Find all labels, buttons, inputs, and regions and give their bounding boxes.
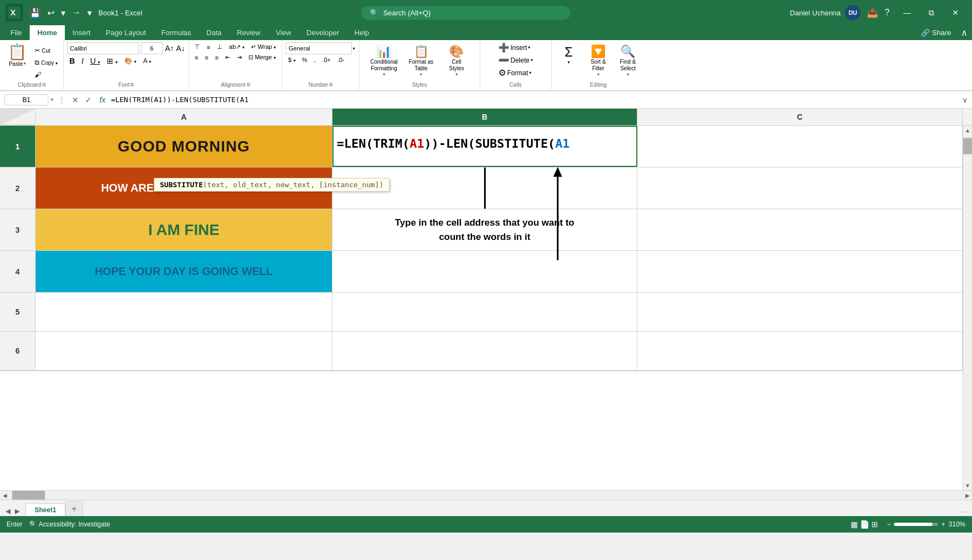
tab-data[interactable]: Data — [199, 25, 229, 40]
format-button[interactable]: ⚙ Format ▾ — [498, 68, 531, 78]
zoom-in-button[interactable]: + — [941, 520, 945, 528]
cell-c2[interactable] — [637, 167, 963, 209]
cell-b5[interactable] — [332, 293, 637, 331]
align-right-button[interactable]: ≡ — [213, 53, 220, 62]
search-box[interactable]: 🔍 Search (Alt+Q) — [362, 6, 570, 20]
italic-button[interactable]: I — [79, 55, 86, 66]
scroll-thumb[interactable] — [963, 138, 972, 154]
share-button[interactable]: 🔗 Share — [921, 29, 951, 37]
text-orientation-button[interactable]: ab↗ ▾ — [227, 42, 247, 52]
undo-button[interactable]: ↩ — [45, 5, 57, 20]
row-number-2[interactable]: 2 — [0, 167, 36, 209]
tab-file[interactable]: File — [3, 25, 30, 40]
cell-a1[interactable]: GOOD MORNING — [36, 126, 332, 167]
cell-c4[interactable] — [637, 251, 963, 292]
cell-b1[interactable]: =LEN(TRIM(A1))-LEN(SUBSTITUTE(A1 — [332, 126, 637, 167]
fill-color-button[interactable]: 🎨 ▾ — [122, 56, 138, 66]
number-format-input[interactable] — [286, 42, 352, 54]
prev-sheet-button[interactable]: ◀ — [3, 507, 13, 515]
format-painter-button[interactable]: 🖌 — [32, 70, 60, 80]
copy-button[interactable]: ⧉Copy ▾ — [32, 58, 60, 68]
font-color-button[interactable]: A ▾ — [141, 56, 153, 66]
cell-c3[interactable] — [637, 209, 963, 250]
decrease-decimal-button[interactable]: .0- — [335, 55, 347, 64]
scroll-up-button[interactable]: ▲ — [963, 126, 972, 135]
cell-reference-box[interactable] — [4, 94, 48, 105]
redo-button[interactable]: → — [70, 5, 83, 20]
zoom-out-button[interactable]: − — [887, 520, 891, 528]
scroll-left-button[interactable]: ◀ — [0, 491, 9, 500]
cell-ref-dropdown[interactable]: ▾ — [51, 96, 54, 103]
hscroll-track[interactable] — [9, 491, 963, 500]
alignment-expand-icon[interactable]: ⧉ — [247, 82, 250, 88]
scroll-down-button[interactable]: ▼ — [963, 481, 972, 490]
align-bottom-button[interactable]: ⊥ — [215, 42, 225, 52]
conditional-formatting-button[interactable]: 📊 ConditionalFormatting ▾ — [366, 42, 402, 79]
zoom-control[interactable]: − + 310% — [887, 520, 965, 528]
clipboard-expand-icon[interactable]: ⧉ — [42, 82, 46, 88]
collapse-ribbon-button[interactable]: ∧ — [957, 25, 972, 40]
font-size-input[interactable] — [141, 42, 163, 54]
styles-label[interactable]: Styles — [412, 80, 427, 88]
autosum-button[interactable]: Σ ▾ — [555, 42, 582, 67]
horizontal-scrollbar[interactable]: ◀ ▶ — [0, 490, 972, 500]
column-header-c[interactable]: C — [637, 109, 963, 125]
align-left-button[interactable]: ≡ — [192, 53, 200, 62]
number-label[interactable]: Number ⧉ — [309, 80, 333, 88]
tab-view[interactable]: View — [268, 25, 299, 40]
formula-display[interactable]: =LEN(TRIM(A1))-LEN(SUBSTITUTE(A1 — [111, 96, 960, 104]
formula-expand-button[interactable]: ∨ — [962, 96, 968, 104]
font-name-input[interactable] — [67, 42, 138, 54]
cell-styles-button[interactable]: 🎨 CellStyles ▾ — [440, 42, 473, 79]
cell-c6[interactable] — [637, 332, 963, 370]
currency-button[interactable]: $ ▾ — [286, 55, 297, 64]
vertical-scrollbar[interactable]: ▲ ▼ — [963, 126, 972, 490]
comma-button[interactable]: , — [312, 55, 318, 64]
decrease-indent-button[interactable]: ⇤ — [223, 53, 232, 62]
cell-a4[interactable]: HOPE YOUR DAY IS GOING WELL — [36, 251, 332, 292]
scroll-right-button[interactable]: ▶ — [963, 491, 972, 500]
hscroll-thumb[interactable] — [12, 491, 45, 500]
alignment-label[interactable]: Alignment ⧉ — [221, 80, 249, 88]
increase-decimal-button[interactable]: .0+ — [320, 55, 333, 64]
row-number-6[interactable]: 6 — [0, 332, 36, 370]
cell-a3[interactable]: I AM FINE — [36, 209, 332, 250]
next-sheet-button[interactable]: ▶ — [13, 507, 22, 515]
align-center-button[interactable]: ≡ — [203, 53, 210, 62]
decrease-font-button[interactable]: A↓ — [176, 44, 185, 53]
cell-c1[interactable] — [637, 126, 963, 167]
font-label[interactable]: Font ⧉ — [118, 80, 134, 88]
cancel-formula-button[interactable]: ✕ — [70, 94, 81, 105]
bold-button[interactable]: B — [67, 55, 77, 66]
row-number-4[interactable]: 4 — [0, 251, 36, 292]
zoom-slider[interactable] — [894, 523, 938, 526]
minimize-button[interactable]: — — [896, 4, 918, 21]
number-format-dropdown-arrow[interactable]: ▾ — [353, 46, 355, 51]
borders-button[interactable]: ⊞ ▾ — [104, 55, 120, 66]
tab-help[interactable]: Help — [347, 25, 377, 40]
page-break-view-button[interactable]: ⊞ — [871, 520, 878, 529]
tab-page-layout[interactable]: Page Layout — [98, 25, 154, 40]
underline-button[interactable]: U ▾ — [88, 55, 102, 66]
clipboard-label[interactable]: Clipboard ⧉ — [18, 80, 46, 88]
restore-button[interactable]: ⧉ — [920, 4, 942, 21]
normal-view-button[interactable]: ▦ — [851, 520, 858, 529]
percent-button[interactable]: % — [300, 55, 310, 64]
find-select-button[interactable]: 🔍 Find &Select ▾ — [614, 42, 642, 79]
font-expand-icon[interactable]: ⧉ — [130, 82, 134, 88]
add-sheet-button[interactable]: + — [65, 501, 82, 516]
cell-a5[interactable] — [36, 293, 332, 331]
cell-a6[interactable] — [36, 332, 332, 370]
cell-c5[interactable] — [637, 293, 963, 331]
number-expand-icon[interactable]: ⧉ — [329, 82, 332, 88]
formula-options-button[interactable]: ⋮ — [56, 96, 68, 104]
increase-font-button[interactable]: A↑ — [165, 44, 174, 53]
cells-label[interactable]: Cells — [509, 80, 521, 88]
align-middle-button[interactable]: ≡ — [204, 43, 212, 52]
sheet-tab-sheet1[interactable]: Sheet1 — [25, 503, 65, 516]
close-button[interactable]: ✕ — [945, 4, 967, 21]
delete-button[interactable]: ➖ Delete ▾ — [498, 55, 533, 65]
format-as-table-button[interactable]: 📋 Format asTable ▾ — [404, 42, 438, 79]
row-number-5[interactable]: 5 — [0, 293, 36, 331]
increase-indent-button[interactable]: ⇥ — [235, 53, 244, 62]
